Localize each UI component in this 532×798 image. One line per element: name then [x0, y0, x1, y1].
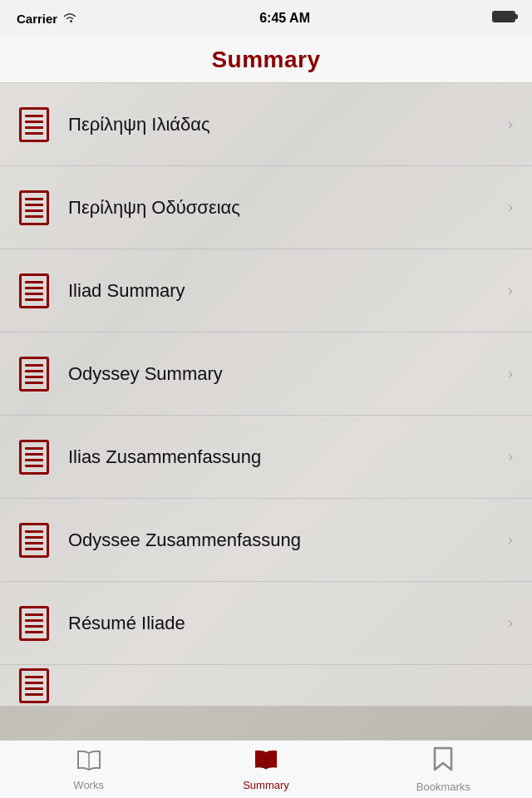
chevron-right-icon: › — [505, 532, 515, 549]
content-area: Περίληψη Ιλιάδας › Περίληψη Οδύσσειας › — [0, 83, 532, 740]
tab-summary-label: Summary — [243, 779, 289, 791]
document-icon — [17, 273, 52, 308]
item-label: Iliad Summary — [68, 280, 505, 302]
document-icon — [17, 107, 52, 142]
item-label: Περίληψη Ιλιάδας — [68, 114, 505, 135]
chevron-right-icon: › — [505, 116, 515, 133]
list-item[interactable]: Ilias Zusammenfassung › — [0, 416, 532, 499]
item-label: Résumé Iliade — [68, 613, 505, 634]
chevron-right-icon: › — [505, 366, 515, 382]
chevron-right-icon: › — [505, 200, 515, 216]
tab-bar: Works Summary Bookmarks — [0, 740, 532, 798]
document-icon — [17, 357, 52, 392]
list-item[interactable]: Odyssee Zusammenfassung › — [0, 499, 532, 582]
tab-works[interactable]: Works — [0, 741, 177, 798]
document-icon — [17, 440, 52, 475]
document-icon — [17, 190, 52, 225]
list-item[interactable]: Odyssey Summary › — [0, 332, 532, 416]
chevron-right-icon: › — [505, 449, 515, 466]
document-icon — [17, 523, 52, 558]
list-item[interactable] — [0, 665, 532, 707]
tab-summary[interactable]: Summary — [177, 741, 354, 798]
carrier-label: Carrier — [17, 12, 57, 26]
chevron-right-icon: › — [505, 615, 515, 632]
item-label: Odyssey Summary — [68, 363, 505, 385]
wifi-icon — [62, 12, 77, 26]
tab-bookmarks-label: Bookmarks — [416, 781, 470, 793]
page-title: Summary — [211, 47, 320, 73]
list-container: Περίληψη Ιλιάδας › Περίληψη Οδύσσειας › — [0, 83, 532, 707]
list-item[interactable]: Περίληψη Οδύσσειας › — [0, 166, 532, 249]
tab-works-label: Works — [73, 779, 104, 791]
bookmark-icon — [431, 746, 455, 777]
list-item[interactable]: Περίληψη Ιλιάδας › — [0, 83, 532, 166]
navigation-bar: Summary — [0, 37, 532, 83]
list-item[interactable]: Iliad Summary › — [0, 249, 532, 332]
clock: 6:45 AM — [259, 11, 310, 26]
document-icon — [17, 606, 52, 641]
list-item[interactable]: Résumé Iliade › — [0, 582, 532, 665]
carrier-info: Carrier — [17, 12, 77, 26]
chevron-right-icon: › — [505, 283, 515, 299]
document-icon — [17, 668, 52, 703]
item-label: Περίληψη Οδύσσειας — [68, 197, 505, 219]
books-icon — [75, 748, 103, 776]
battery-status — [492, 11, 515, 26]
tab-bookmarks[interactable]: Bookmarks — [355, 741, 532, 798]
item-label: Ilias Zusammenfassung — [68, 446, 505, 468]
item-label: Odyssee Zusammenfassung — [68, 530, 505, 551]
open-book-icon — [252, 748, 280, 776]
status-bar: Carrier 6:45 AM — [0, 0, 532, 37]
